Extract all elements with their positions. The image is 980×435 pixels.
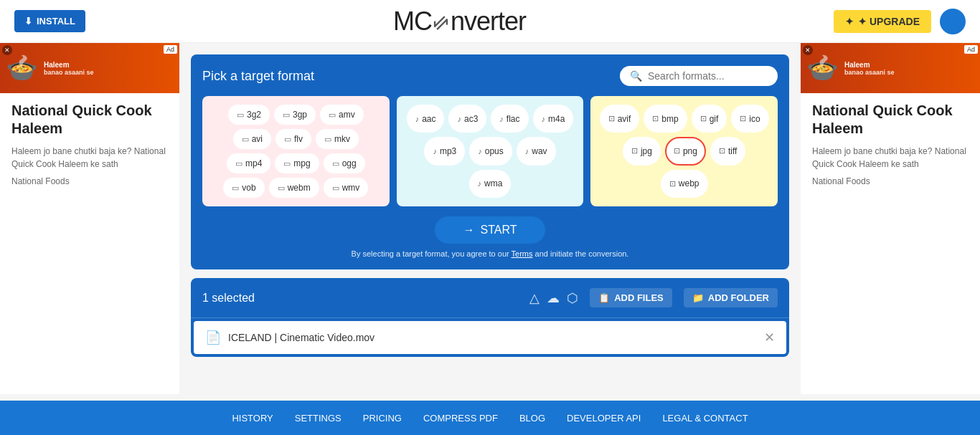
right-ad-title: National Quick Cook Haleem — [812, 102, 969, 138]
file-row: 📄 ICELAND | Cinematic Video.mov ✕ — [194, 321, 786, 354]
image-chip-icon: ⊡ — [631, 146, 638, 156]
audio-chip-icon: ♪ — [499, 115, 504, 123]
footer-link-blog[interactable]: BLOG — [519, 413, 545, 424]
add-files-button[interactable]: 📋 ADD FILES — [590, 288, 672, 307]
ad-img-text: Haleem banao asaani se — [44, 61, 94, 76]
start-button[interactable]: → START — [435, 216, 546, 244]
video-chip-icon: ▭ — [329, 110, 336, 120]
upgrade-button[interactable]: ✦ ✦ UPGRADE — [834, 10, 931, 33]
start-label: START — [481, 224, 517, 236]
search-icon: 🔍 — [630, 70, 642, 82]
video-format-chip[interactable]: ▭flv — [275, 129, 311, 149]
right-ad-bowl-icon: 🍲 — [806, 53, 839, 83]
left-ad-panel: 🍲 Haleem banao asaani se Ad ✕ National Q… — [0, 43, 179, 394]
video-chip-icon: ▭ — [232, 183, 239, 193]
google-drive-icon[interactable]: △ — [529, 290, 540, 306]
image-chip-icon: ⊡ — [608, 114, 615, 123]
file-name: ICELAND | Cinematic Video.mov — [228, 332, 757, 343]
file-section: 1 selected △ ☁ ⬡ 📋 ADD FILES 📁 ADD FOLDE… — [191, 278, 789, 357]
video-format-chip[interactable]: ▭mpg — [275, 153, 319, 173]
onedrive-icon[interactable]: ☁ — [547, 290, 560, 306]
audio-format-chip[interactable]: ♪wav — [517, 137, 556, 165]
add-files-icon: 📋 — [598, 292, 610, 303]
audio-format-chip[interactable]: ♪mp3 — [424, 137, 465, 165]
right-ad-close-icon[interactable]: ✕ — [803, 45, 813, 55]
video-format-group: ▭3g2▭3gp▭amv▭avi▭flv▭mkv▭mp4▭mpg▭ogg▭vob… — [202, 96, 390, 206]
audio-format-chip[interactable]: ♪ac3 — [448, 105, 486, 133]
audio-format-chip[interactable]: ♪flac — [491, 105, 528, 133]
video-chip-icon: ▭ — [324, 135, 331, 144]
video-chip-icon: ▭ — [283, 159, 291, 168]
image-format-chip[interactable]: ⊡tiff — [710, 137, 745, 165]
main-content: Pick a target format 🔍 ▭3g2▭3gp▭amv▭avi▭… — [179, 43, 801, 394]
file-remove-icon[interactable]: ✕ — [764, 330, 775, 345]
header: ⬇ INSTALL MC⇌nverter ✦ ✦ UPGRADE 👤 — [0, 0, 980, 43]
video-format-chip[interactable]: ▭3gp — [274, 105, 316, 125]
footer: HISTORYSETTINGSPRICINGCOMPRESS PDFBLOGDE… — [0, 401, 980, 435]
image-format-chip[interactable]: ⊡webp — [661, 170, 708, 198]
footer-link-compress_pdf[interactable]: COMPRESS PDF — [423, 413, 498, 424]
dropbox-icon[interactable]: ⬡ — [567, 290, 578, 306]
search-input[interactable] — [648, 70, 768, 82]
video-format-chip[interactable]: ▭3g2 — [228, 105, 270, 125]
video-chip-icon: ▭ — [242, 135, 249, 144]
video-format-chip[interactable]: ▭avi — [233, 129, 271, 149]
terms-link[interactable]: Terms — [512, 249, 533, 258]
header-left: ⬇ INSTALL — [14, 10, 85, 32]
audio-chip-icon: ♪ — [525, 147, 529, 156]
image-format-chip[interactable]: ⊡bmp — [644, 105, 687, 133]
image-format-chip[interactable]: ⊡gif — [692, 105, 727, 133]
audio-format-group: ♪aac♪ac3♪flac♪m4a♪mp3♪opus♪wav♪wma — [397, 96, 584, 206]
install-icon: ⬇ — [24, 16, 32, 27]
left-ad-title: National Quick Cook Haleem — [11, 102, 168, 138]
left-ad-description: Haleem jo bane chutki baja ke? National … — [11, 145, 168, 171]
image-chip-icon: ⊡ — [674, 146, 680, 156]
audio-chip-icon: ♪ — [478, 147, 482, 156]
search-box: 🔍 — [620, 66, 778, 86]
add-folder-button[interactable]: 📁 ADD FOLDER — [684, 288, 778, 307]
left-ad-text: National Quick Cook Haleem Haleem jo ban… — [0, 93, 179, 195]
right-ad-badge: Ad — [964, 45, 978, 54]
image-format-chip[interactable]: ⊡png — [665, 137, 706, 165]
audio-format-chip[interactable]: ♪wma — [469, 170, 512, 198]
format-picker: Pick a target format 🔍 ▭3g2▭3gp▭amv▭avi▭… — [191, 54, 789, 269]
upgrade-label: ✦ UPGRADE — [858, 16, 920, 27]
image-format-chip[interactable]: ⊡avif — [600, 105, 640, 133]
user-avatar[interactable]: 👤 — [940, 9, 966, 34]
start-arrow-icon: → — [463, 224, 475, 236]
image-chip-icon: ⊡ — [652, 114, 659, 123]
video-chip-icon: ▭ — [283, 110, 290, 120]
body-layout: 🍲 Haleem banao asaani se Ad ✕ National Q… — [0, 43, 980, 394]
video-format-chip[interactable]: ▭ogg — [324, 153, 365, 173]
right-ad-brand: National Foods — [812, 176, 969, 186]
video-format-chip[interactable]: ▭amv — [320, 105, 364, 125]
footer-link-developer_api[interactable]: DEVELOPER API — [567, 413, 641, 424]
video-format-chip[interactable]: ▭wmv — [324, 178, 369, 198]
image-format-chip[interactable]: ⊡ico — [731, 105, 768, 133]
footer-link-history[interactable]: HISTORY — [232, 413, 273, 424]
audio-format-chip[interactable]: ♪opus — [469, 137, 512, 165]
format-picker-title: Pick a target format — [202, 69, 314, 84]
video-format-chip[interactable]: ▭mkv — [316, 129, 359, 149]
video-format-chip[interactable]: ▭mp4 — [227, 153, 270, 173]
video-format-chip[interactable]: ▭vob — [223, 178, 264, 198]
footer-link-legal_&_contact[interactable]: LEGAL & CONTACT — [662, 413, 748, 424]
left-ad-brand: National Foods — [11, 176, 168, 186]
install-button[interactable]: ⬇ INSTALL — [14, 10, 85, 32]
image-format-chip[interactable]: ⊡jpg — [623, 137, 661, 165]
audio-format-chip[interactable]: ♪aac — [407, 105, 445, 133]
file-type-icon: 📄 — [205, 330, 221, 345]
file-count: 1 selected — [202, 292, 518, 305]
right-ad-description: Haleem jo bane chutki baja ke? National … — [812, 145, 969, 171]
footer-link-settings[interactable]: SETTINGS — [295, 413, 341, 424]
audio-format-chip[interactable]: ♪m4a — [533, 105, 574, 133]
footer-link-pricing[interactable]: PRICING — [363, 413, 402, 424]
ad-close-icon[interactable]: ✕ — [2, 45, 12, 55]
video-chip-icon: ▭ — [235, 159, 242, 168]
video-chip-icon: ▭ — [237, 110, 244, 120]
video-format-chip[interactable]: ▭webm — [269, 178, 319, 198]
audio-chip-icon: ♪ — [457, 115, 461, 123]
terms-text: By selecting a target format, you agree … — [352, 249, 629, 258]
audio-chip-icon: ♪ — [433, 147, 437, 156]
start-section: → START By selecting a target format, yo… — [202, 216, 778, 258]
